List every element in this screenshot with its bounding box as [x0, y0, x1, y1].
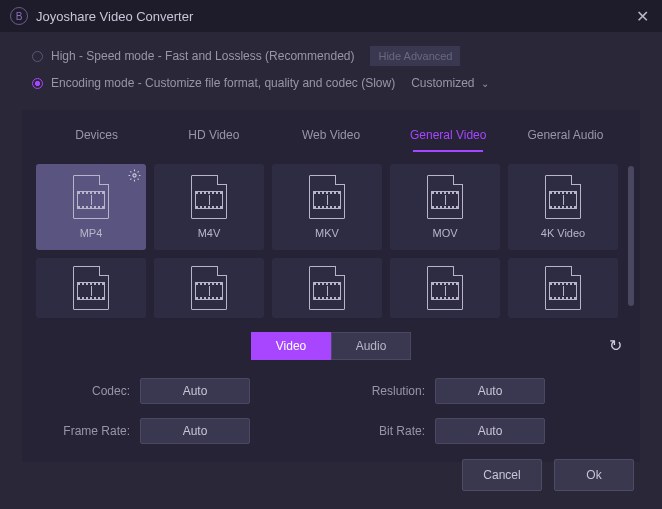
format-item[interactable] [272, 258, 382, 318]
file-video-icon [191, 175, 227, 219]
resolution-dropdown[interactable]: Auto [435, 378, 545, 404]
param-label: Reslution: [345, 384, 425, 398]
close-icon[interactable]: ✕ [632, 7, 652, 26]
tab-general-audio[interactable]: General Audio [507, 120, 624, 152]
param-resolution: Reslution: Auto [345, 378, 612, 404]
tab-devices[interactable]: Devices [38, 120, 155, 152]
format-mov[interactable]: MOV [390, 164, 500, 250]
radio-icon [32, 51, 43, 62]
radio-icon [32, 78, 43, 89]
format-m4v[interactable]: M4V [154, 164, 264, 250]
category-tabs: Devices HD Video Web Video General Video… [22, 110, 640, 152]
footer-buttons: Cancel Ok [0, 459, 662, 491]
param-frame-rate: Frame Rate: Auto [50, 418, 317, 444]
cancel-button[interactable]: Cancel [462, 459, 542, 491]
param-codec: Codec: Auto [50, 378, 317, 404]
file-video-icon [73, 266, 109, 310]
customized-dropdown[interactable]: Customized ⌄ [411, 76, 488, 90]
file-video-icon [73, 175, 109, 219]
video-audio-tabs: Video Audio [40, 332, 622, 360]
file-video-icon [427, 266, 463, 310]
file-video-icon [545, 266, 581, 310]
codec-dropdown[interactable]: Auto [140, 378, 250, 404]
file-video-icon [545, 175, 581, 219]
param-label: Frame Rate: [50, 424, 130, 438]
hide-advanced-button[interactable]: Hide Advanced [370, 46, 460, 66]
titlebar: B Joyoshare Video Converter ✕ [0, 0, 662, 32]
file-video-icon [191, 266, 227, 310]
format-4k-video[interactable]: 4K Video [508, 164, 618, 250]
format-label: MOV [432, 227, 457, 239]
file-video-icon [309, 175, 345, 219]
scrollbar-thumb[interactable] [628, 166, 634, 306]
main-panel: Devices HD Video Web Video General Video… [22, 110, 640, 462]
file-video-icon [427, 175, 463, 219]
format-item[interactable] [390, 258, 500, 318]
tab-video[interactable]: Video [251, 332, 331, 360]
tab-web-video[interactable]: Web Video [272, 120, 389, 152]
mode-high-speed[interactable]: High - Speed mode - Fast and Lossless (R… [32, 46, 630, 66]
tab-hd-video[interactable]: HD Video [155, 120, 272, 152]
format-label: 4K Video [541, 227, 585, 239]
format-item[interactable] [508, 258, 618, 318]
format-label: M4V [198, 227, 221, 239]
param-label: Codec: [50, 384, 130, 398]
tab-audio[interactable]: Audio [331, 332, 411, 360]
format-grid: MP4 M4V MKV MOV 4K Video [22, 152, 626, 326]
format-label: MKV [315, 227, 339, 239]
bit-rate-dropdown[interactable]: Auto [435, 418, 545, 444]
dropdown-label: Customized [411, 76, 474, 90]
frame-rate-dropdown[interactable]: Auto [140, 418, 250, 444]
format-mkv[interactable]: MKV [272, 164, 382, 250]
mode-label: Encoding mode - Customize file format, q… [51, 76, 395, 90]
file-video-icon [309, 266, 345, 310]
encoding-settings: Video Audio ↻ Codec: Auto Reslution: Aut… [40, 332, 622, 444]
app-logo-icon: B [10, 7, 28, 25]
format-item[interactable] [36, 258, 146, 318]
refresh-icon[interactable]: ↻ [609, 336, 622, 355]
svg-point-0 [133, 174, 136, 177]
param-bit-rate: Bit Rate: Auto [345, 418, 612, 444]
tab-general-video[interactable]: General Video [390, 120, 507, 152]
window-title: Joyoshare Video Converter [36, 9, 632, 24]
mode-encoding[interactable]: Encoding mode - Customize file format, q… [32, 76, 630, 90]
format-label: MP4 [80, 227, 103, 239]
param-label: Bit Rate: [345, 424, 425, 438]
format-item[interactable] [154, 258, 264, 318]
gear-icon[interactable] [128, 169, 141, 185]
chevron-down-icon: ⌄ [481, 78, 489, 89]
ok-button[interactable]: Ok [554, 459, 634, 491]
format-mp4[interactable]: MP4 [36, 164, 146, 250]
mode-selection: High - Speed mode - Fast and Lossless (R… [0, 32, 662, 110]
scrollbar[interactable] [626, 152, 640, 326]
mode-label: High - Speed mode - Fast and Lossless (R… [51, 49, 354, 63]
